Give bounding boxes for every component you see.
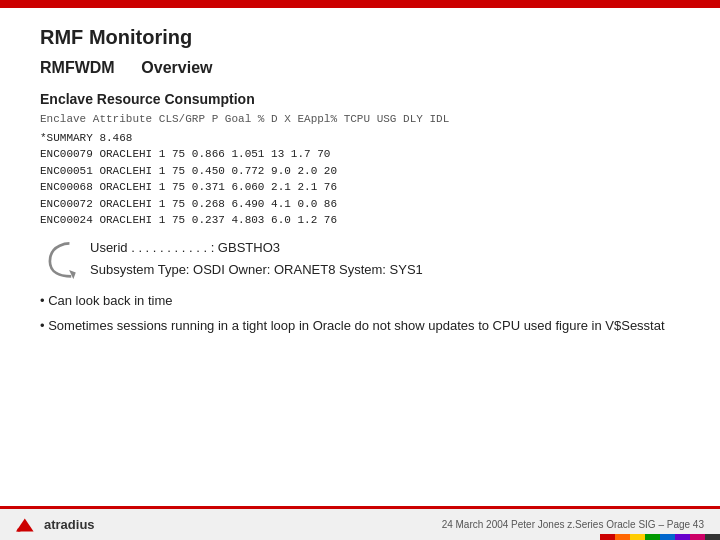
subtitle-value: Overview <box>141 59 212 76</box>
table-row: ENC00072 ORACLEHI 1 75 0.268 6.490 4.1 0… <box>40 196 680 213</box>
arrow-icon <box>40 239 90 279</box>
table-row: ENC00024 ORACLEHI 1 75 0.237 4.803 6.0 1… <box>40 212 680 229</box>
subtitle-label: RMFWDM <box>40 59 115 76</box>
table-row: ENC00068 ORACLEHI 1 75 0.371 6.060 2.1 2… <box>40 179 680 196</box>
table-row: ENC00079 ORACLEHI 1 75 0.866 1.051 13 1.… <box>40 146 680 163</box>
table-row: ENC00051 ORACLEHI 1 75 0.450 0.772 9.0 2… <box>40 163 680 180</box>
svg-rect-2 <box>17 528 20 531</box>
subsystem-line: Subsystem Type: OSDI Owner: ORANET8 Syst… <box>90 259 423 281</box>
bullet-item-2: • Sometimes sessions running in a tight … <box>40 316 680 336</box>
logo-icon <box>16 516 38 534</box>
footer-text: 24 March 2004 Peter Jones z.Series Oracl… <box>442 519 704 530</box>
section-title: Enclave Resource Consumption <box>40 91 680 107</box>
logo-area: atradius <box>16 516 95 534</box>
data-table: Enclave Attribute CLS/GRP P Goal % D X E… <box>40 111 680 229</box>
top-bar <box>0 0 720 8</box>
color-strip <box>600 534 720 540</box>
userid-info: Userid . . . . . . . . . . . : GBSTHO3 S… <box>90 237 423 281</box>
table-header: Enclave Attribute CLS/GRP P Goal % D X E… <box>40 111 680 128</box>
logo-text: atradius <box>44 517 95 532</box>
main-content: RMF Monitoring RMFWDM Overview Enclave R… <box>0 8 720 336</box>
arrow-userid-area: Userid . . . . . . . . . . . : GBSTHO3 S… <box>40 237 680 281</box>
table-row: *SUMMARY 8.468 <box>40 130 680 147</box>
subtitle: RMFWDM Overview <box>40 59 680 77</box>
bullet-section: • Can look back in time • Sometimes sess… <box>40 291 680 336</box>
footer-bar: atradius 24 March 2004 Peter Jones z.Ser… <box>0 506 720 540</box>
page-title: RMF Monitoring <box>40 26 680 49</box>
userid-line: Userid . . . . . . . . . . . : GBSTHO3 <box>90 237 423 259</box>
bullet-item-1: • Can look back in time <box>40 291 680 311</box>
